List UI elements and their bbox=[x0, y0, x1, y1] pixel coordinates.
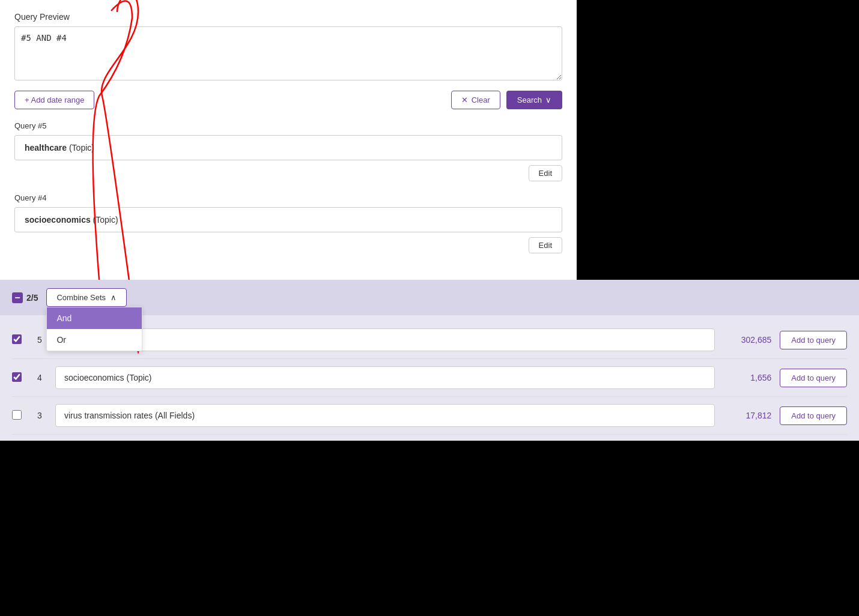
bottom-panel: − 2/5 Combine Sets ∧ And Or 5 healthcare… bbox=[0, 280, 859, 441]
add-date-range-button[interactable]: + Add date range bbox=[14, 91, 94, 109]
combine-sets-dropdown: And Or bbox=[46, 307, 142, 351]
row-5-checkbox[interactable] bbox=[12, 334, 22, 344]
query-4-edit-button[interactable]: Edit bbox=[529, 237, 562, 253]
query-4-label: Query #4 bbox=[14, 193, 562, 202]
query-4-term: socioeconomics bbox=[25, 215, 91, 225]
row-3-number: 3 bbox=[32, 411, 47, 420]
query-5-edit-button[interactable]: Edit bbox=[529, 165, 562, 181]
query-5-edit-row: Edit bbox=[14, 165, 562, 181]
query-4-display: socioeconomics (Topic) bbox=[14, 207, 562, 232]
row-5-count: 302,685 bbox=[723, 335, 771, 345]
minus-icon: − bbox=[12, 292, 23, 303]
clear-label: Clear bbox=[472, 95, 490, 104]
query-5-term: healthcare bbox=[25, 143, 67, 152]
row-5-number: 5 bbox=[32, 335, 47, 345]
table-row: 3 virus transmission rates (All Fields) … bbox=[12, 397, 847, 435]
row-3-add-to-query-button[interactable]: Add to query bbox=[780, 406, 847, 425]
combine-sets-button[interactable]: Combine Sets ∧ bbox=[46, 288, 127, 307]
row-5-add-to-query-button[interactable]: Add to query bbox=[780, 331, 847, 349]
count-text: 2/5 bbox=[26, 293, 38, 303]
row-4-checkbox-cell bbox=[12, 372, 24, 384]
clear-x-icon: ✕ bbox=[461, 95, 468, 104]
query-preview-label: Query Preview bbox=[14, 12, 562, 22]
search-button[interactable]: Search ∨ bbox=[506, 91, 562, 109]
row-4-number: 4 bbox=[32, 373, 47, 382]
clear-button[interactable]: ✕ Clear bbox=[451, 91, 500, 109]
row-5-checkbox-cell bbox=[12, 334, 24, 346]
row-3-term: virus transmission rates bbox=[64, 411, 153, 420]
table-row: 4 socioeconomics (Topic) 1,656 Add to qu… bbox=[12, 359, 847, 397]
chevron-down-icon: ∨ bbox=[545, 95, 551, 104]
row-3-type: (All Fields) bbox=[155, 411, 195, 420]
query-4-edit-row: Edit bbox=[14, 237, 562, 253]
search-label: Search bbox=[517, 95, 542, 104]
row-3-checkbox-cell bbox=[12, 410, 24, 421]
row-4-query-pill: socioeconomics (Topic) bbox=[55, 366, 715, 389]
query-4-type: (Topic) bbox=[93, 215, 118, 225]
dropdown-item-or[interactable]: Or bbox=[47, 329, 142, 351]
query-5-label: Query #5 bbox=[14, 121, 562, 130]
row-4-count: 1,656 bbox=[723, 373, 771, 382]
row-5-query-pill: healthcare (Topic) bbox=[55, 328, 715, 351]
bottom-toolbar: − 2/5 Combine Sets ∧ And Or bbox=[0, 280, 859, 315]
row-3-query-pill: virus transmission rates (All Fields) bbox=[55, 404, 715, 427]
row-3-checkbox[interactable] bbox=[12, 410, 22, 420]
query-4-block: Query #4 socioeconomics (Topic) Edit bbox=[14, 193, 562, 253]
query-5-display: healthcare (Topic) bbox=[14, 135, 562, 160]
chevron-up-icon: ∧ bbox=[111, 293, 117, 302]
query-5-type: (Topic) bbox=[69, 143, 94, 152]
query-preview-textarea[interactable]: #5 AND #4 bbox=[14, 26, 562, 80]
combine-sets-container: Combine Sets ∧ And Or bbox=[46, 288, 127, 307]
dropdown-item-and[interactable]: And bbox=[47, 307, 142, 329]
row-4-term: socioeconomics bbox=[64, 373, 124, 382]
row-3-count: 17,812 bbox=[723, 411, 771, 420]
toolbar-row: + Add date range ✕ Clear Search ∨ bbox=[14, 91, 562, 109]
toolbar-right: ✕ Clear Search ∨ bbox=[451, 91, 562, 109]
combine-sets-label: Combine Sets bbox=[56, 293, 106, 302]
query-5-block: Query #5 healthcare (Topic) Edit bbox=[14, 121, 562, 181]
top-panel: Query Preview #5 AND #4 + Add date range… bbox=[0, 0, 577, 280]
row-4-checkbox[interactable] bbox=[12, 372, 22, 382]
row-4-type: (Topic) bbox=[127, 373, 152, 382]
row-4-add-to-query-button[interactable]: Add to query bbox=[780, 369, 847, 387]
selected-count-badge: − 2/5 bbox=[12, 292, 38, 303]
